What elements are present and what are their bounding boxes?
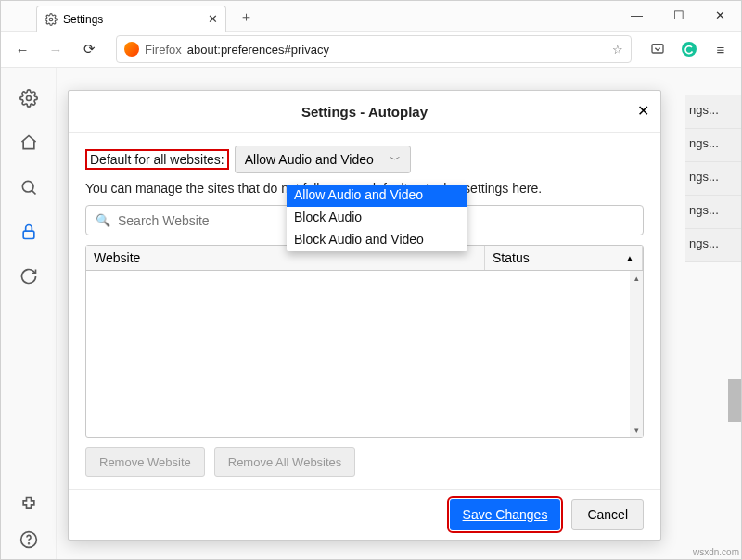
pocket-icon[interactable] xyxy=(645,36,671,62)
dialog-close-icon[interactable]: ✕ xyxy=(637,102,649,120)
gear-icon xyxy=(45,13,58,26)
sidebar-general-icon[interactable] xyxy=(19,88,39,108)
default-autoplay-dropdown[interactable]: Allow Audio and Video ﹀ xyxy=(235,146,411,173)
scroll-down-icon[interactable]: ▾ xyxy=(630,423,643,437)
sidebar-search-icon[interactable] xyxy=(19,177,39,197)
list-item: ngs... xyxy=(685,162,741,196)
cancel-button[interactable]: Cancel xyxy=(571,499,644,530)
remove-website-button: Remove Website xyxy=(85,447,205,477)
sidebar-sync-icon[interactable] xyxy=(19,266,39,286)
default-for-websites-label: Default for all websites: xyxy=(85,149,229,170)
sidebar-extensions-icon[interactable] xyxy=(19,494,39,515)
window-minimize-button[interactable]: — xyxy=(616,1,658,29)
list-item: ngs... xyxy=(685,129,741,162)
nav-toolbar: ← → ⟳ Firefox about:preferences#privacy … xyxy=(1,32,741,68)
titlebar: Settings ✕ ＋ — ☐ ✕ xyxy=(1,1,741,32)
window-close-button[interactable]: ✕ xyxy=(699,1,741,29)
table-scrollbar[interactable]: ▴ ▾ xyxy=(630,271,643,437)
grammarly-icon[interactable] xyxy=(676,36,702,62)
firefox-icon xyxy=(124,42,139,57)
settings-sidebar xyxy=(1,68,57,559)
list-item: ngs... xyxy=(685,229,741,262)
dropdown-option-block-audio[interactable]: Block Audio xyxy=(287,207,467,229)
url-address: about:preferences#privacy xyxy=(187,43,612,57)
scroll-up-icon[interactable]: ▴ xyxy=(630,271,643,285)
bookmark-star-icon[interactable]: ☆ xyxy=(612,43,623,57)
sidebar-privacy-icon[interactable] xyxy=(19,222,39,242)
forward-button[interactable]: → xyxy=(42,36,70,62)
background-list: ngs... ngs... ngs... ngs... ngs... xyxy=(685,95,741,262)
window-controls: — ☐ ✕ xyxy=(616,1,741,29)
dropdown-option-block-av[interactable]: Block Audio and Video xyxy=(287,229,467,251)
browser-window: Settings ✕ ＋ — ☐ ✕ ← → ⟳ Firefox about:p… xyxy=(0,0,742,560)
url-identity: Firefox xyxy=(145,43,182,57)
url-bar[interactable]: Firefox about:preferences#privacy ☆ xyxy=(116,35,632,63)
tab-title: Settings xyxy=(63,13,208,26)
dropdown-selected-value: Allow Audio and Video xyxy=(245,152,374,167)
sidebar-help-icon[interactable] xyxy=(19,529,39,550)
tab-close-icon[interactable]: ✕ xyxy=(208,12,218,26)
search-icon: 🔍 xyxy=(96,213,110,227)
dialog-header: Settings - Autoplay ✕ xyxy=(69,91,660,133)
sort-asc-icon: ▲ xyxy=(625,253,634,263)
watermark: wsxdn.com xyxy=(693,547,739,557)
browser-tab-settings[interactable]: Settings ✕ xyxy=(36,6,226,32)
sidebar-home-icon[interactable] xyxy=(19,133,39,153)
column-status[interactable]: Status ▲ xyxy=(485,246,643,270)
dialog-title: Settings - Autoplay xyxy=(301,104,428,120)
svg-point-3 xyxy=(26,96,31,101)
reload-button[interactable]: ⟳ xyxy=(75,36,103,62)
autoplay-settings-dialog: Settings - Autoplay ✕ Default for all we… xyxy=(68,90,661,541)
list-item: ngs... xyxy=(685,196,741,229)
svg-point-0 xyxy=(49,18,53,21)
back-button[interactable]: ← xyxy=(8,36,36,62)
dialog-footer: Save Changes Cancel xyxy=(69,489,660,540)
svg-rect-5 xyxy=(23,231,34,238)
new-tab-button[interactable]: ＋ xyxy=(237,8,254,25)
chevron-down-icon: ﹀ xyxy=(390,152,401,168)
window-maximize-button[interactable]: ☐ xyxy=(658,1,699,29)
list-item: ngs... xyxy=(685,95,741,129)
remove-all-websites-button: Remove All Websites xyxy=(214,447,356,477)
svg-point-2 xyxy=(682,42,697,57)
save-changes-button[interactable]: Save Changes xyxy=(450,499,561,530)
dropdown-option-allow-av[interactable]: Allow Audio and Video xyxy=(287,185,467,207)
dialog-body: Default for all websites: Allow Audio an… xyxy=(69,133,660,489)
website-table: Website Status ▲ ▴ ▾ xyxy=(85,245,644,438)
svg-point-4 xyxy=(22,181,33,192)
app-menu-icon[interactable]: ≡ xyxy=(708,36,734,62)
svg-point-7 xyxy=(28,543,29,544)
page-scrollbar-thumb[interactable] xyxy=(728,379,741,422)
default-autoplay-dropdown-menu: Allow Audio and Video Block Audio Block … xyxy=(287,185,467,251)
svg-rect-1 xyxy=(652,45,663,53)
